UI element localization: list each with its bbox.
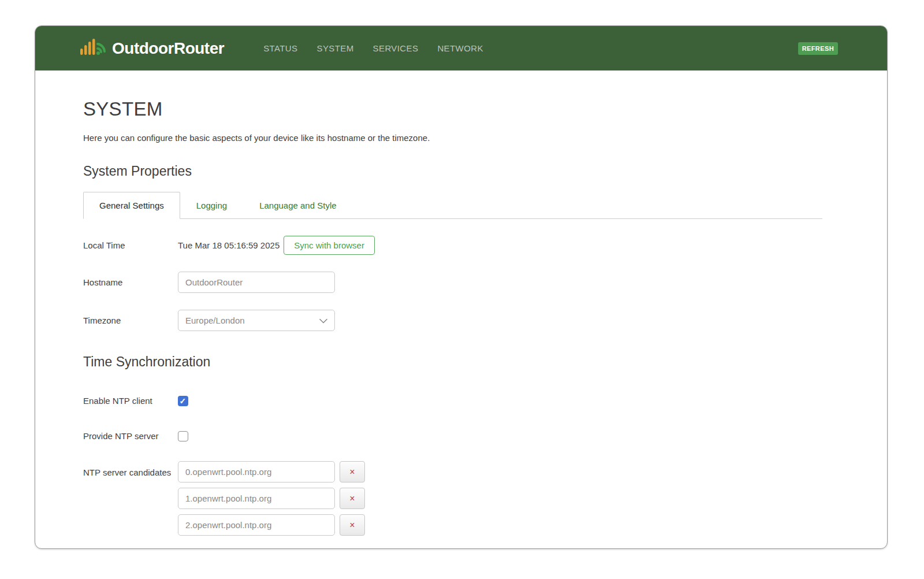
tab-language-and-style[interactable]: Language and Style (243, 192, 352, 219)
nav-item-services[interactable]: SERVICES (373, 43, 419, 53)
provide-ntp-checkbox[interactable] (178, 431, 188, 441)
sync-with-browser-button[interactable]: Sync with browser (284, 236, 375, 255)
delete-ntp-server-1-button[interactable]: × (340, 488, 365, 509)
timezone-row: Timezone Europe/London (83, 310, 822, 331)
ntp-candidates-row: NTP server candidates × × × (83, 461, 822, 536)
local-time-label: Local Time (83, 239, 178, 253)
ntp-candidate-item: × (178, 514, 365, 536)
brand-name: OutdoorRouter (112, 39, 224, 58)
app-window: OutdoorRouter STATUS SYSTEM SERVICES NET… (35, 25, 888, 549)
timezone-selected-value: Europe/London (185, 316, 245, 325)
provide-ntp-label: Provide NTP server (83, 429, 178, 443)
timezone-select[interactable]: Europe/London (178, 310, 335, 331)
enable-ntp-label: Enable NTP client (83, 394, 178, 408)
refresh-button[interactable]: REFRESH (798, 42, 838, 55)
signal-wifi-icon (80, 36, 106, 61)
hostname-label: Hostname (83, 276, 178, 290)
ntp-server-input-2[interactable] (178, 514, 335, 536)
ntp-candidate-item: × (178, 488, 365, 509)
enable-ntp-checkbox[interactable] (178, 396, 188, 406)
nav-item-status[interactable]: STATUS (263, 43, 297, 53)
delete-ntp-server-0-button[interactable]: × (340, 461, 365, 482)
top-navbar: OutdoorRouter STATUS SYSTEM SERVICES NET… (35, 26, 887, 70)
system-properties-tabs: General Settings Logging Language and St… (83, 192, 822, 219)
delete-ntp-server-2-button[interactable]: × (340, 514, 365, 536)
main-nav: STATUS SYSTEM SERVICES NETWORK (263, 43, 483, 53)
hostname-row: Hostname (83, 272, 822, 293)
brand-logo[interactable]: OutdoorRouter (80, 36, 224, 61)
timezone-label: Timezone (83, 314, 178, 328)
provide-ntp-row: Provide NTP server (83, 429, 822, 443)
ntp-server-input-0[interactable] (178, 461, 335, 482)
chevron-down-icon (319, 316, 327, 325)
ntp-server-input-1[interactable] (178, 488, 335, 509)
tab-general-settings[interactable]: General Settings (83, 192, 180, 219)
nav-item-system[interactable]: SYSTEM (317, 43, 354, 53)
ntp-candidates-list: × × × (178, 461, 365, 536)
page-title: SYSTEM (83, 98, 822, 120)
tab-logging[interactable]: Logging (180, 192, 243, 219)
local-time-row: Local Time Tue Mar 18 05:16:59 2025 Sync… (83, 236, 822, 255)
page-description: Here you can configure the basic aspects… (83, 133, 822, 143)
ntp-candidate-item: × (178, 461, 365, 482)
enable-ntp-row: Enable NTP client (83, 394, 822, 408)
system-properties-heading: System Properties (83, 164, 822, 179)
ntp-candidates-label: NTP server candidates (83, 461, 178, 480)
local-time-value: Tue Mar 18 05:16:59 2025 (178, 240, 280, 250)
time-synchronization-heading: Time Synchronization (83, 354, 822, 370)
hostname-input[interactable] (178, 272, 335, 293)
page-content: SYSTEM Here you can configure the basic … (35, 70, 887, 536)
nav-item-network[interactable]: NETWORK (437, 43, 483, 53)
